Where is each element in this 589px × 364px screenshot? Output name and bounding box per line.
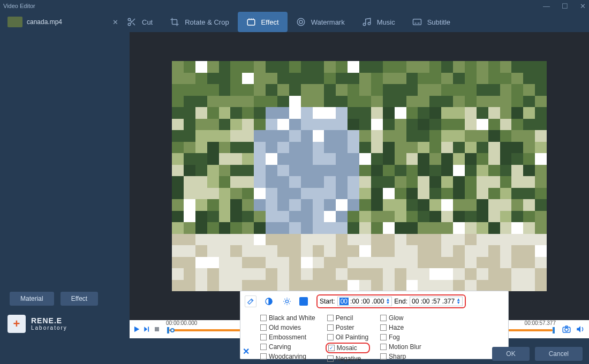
checkbox-icon[interactable]	[380, 315, 387, 321]
volume-icon[interactable]	[575, 324, 586, 335]
end-time-input[interactable]: 00 :00 :57 .377▲▼	[410, 297, 463, 306]
checkbox-icon[interactable]	[260, 315, 267, 321]
checkbox-icon[interactable]	[380, 334, 387, 340]
cancel-button[interactable]: Cancel	[535, 347, 583, 361]
svg-rect-7	[413, 19, 421, 25]
material-button[interactable]: Material	[10, 292, 54, 306]
tab-rotate-crop[interactable]: Rotate & Crop	[161, 12, 237, 32]
effect-woodcarving[interactable]: Woodcarving	[259, 352, 317, 361]
magic-wand-icon[interactable]	[245, 295, 256, 307]
svg-point-13	[285, 300, 288, 302]
svg-point-4	[299, 20, 303, 24]
tab-cut-label: Cut	[142, 18, 153, 26]
start-spinner[interactable]: ▲▼	[386, 298, 390, 305]
svg-point-6	[368, 22, 371, 25]
panel-close-icon[interactable]: ✕	[243, 346, 250, 357]
end-label: End:	[394, 298, 407, 305]
subtitle-icon	[412, 17, 422, 27]
effects-grid: Black and WhiteOld moviesEmbossmentCarvi…	[259, 314, 504, 363]
tab-watermark-label: Watermark	[311, 18, 345, 26]
timeline-in-handle[interactable]	[167, 327, 169, 333]
timeline-out-handle[interactable]	[553, 327, 555, 333]
tab-effect[interactable]: Effect	[238, 12, 288, 32]
step-forward-icon[interactable]	[142, 324, 152, 334]
music-icon	[362, 17, 372, 27]
brand-line2: Laboratory	[31, 325, 67, 331]
svg-point-11	[565, 328, 568, 331]
tool-tabs: Cut Rotate & Crop Effect Watermark Music…	[118, 12, 459, 32]
titlebar: Video Editor — ☐ ✕	[0, 0, 589, 12]
ok-button[interactable]: OK	[492, 347, 529, 361]
close-button[interactable]: ✕	[580, 2, 586, 10]
snapshot-icon[interactable]	[561, 324, 572, 335]
sidebar: Material Effect + RENE.ELaboratory	[0, 32, 130, 338]
checkbox-icon[interactable]	[380, 324, 387, 331]
tab-watermark[interactable]: Watermark	[288, 12, 353, 32]
svg-rect-9	[155, 327, 159, 331]
effect-fog[interactable]: Fog	[379, 333, 423, 342]
effect-sharp[interactable]: Sharp	[379, 352, 423, 361]
fill-icon[interactable]	[299, 297, 308, 306]
effect-black-and-white[interactable]: Black and White	[259, 314, 317, 322]
svg-point-1	[128, 23, 131, 26]
checkbox-icon[interactable]	[327, 324, 334, 331]
tab-effect-label: Effect	[261, 18, 279, 26]
checkbox-icon[interactable]	[380, 344, 387, 350]
checkbox-icon[interactable]	[327, 355, 334, 362]
effect-glow[interactable]: Glow	[379, 314, 423, 322]
effect-carving[interactable]: Carving	[259, 343, 317, 351]
svg-point-5	[363, 23, 366, 26]
stop-icon[interactable]	[152, 324, 162, 334]
tab-cut[interactable]: Cut	[118, 12, 161, 32]
end-spinner[interactable]: ▲▼	[456, 298, 460, 305]
app-title: Video Editor	[3, 3, 35, 9]
checkbox-icon[interactable]: ✓	[328, 345, 335, 351]
start-time-input[interactable]: 00:00 :00 .000▲▼	[337, 297, 392, 306]
checkbox-icon[interactable]	[380, 353, 387, 360]
brand-icon: +	[7, 315, 26, 333]
stamp-icon	[296, 17, 306, 27]
minimize-button[interactable]: —	[543, 2, 550, 10]
brand-logo: + RENE.ELaboratory	[7, 315, 67, 333]
effect-poster[interactable]: Poster	[326, 323, 370, 332]
timeline-playhead[interactable]	[170, 328, 175, 332]
effect-old-movies[interactable]: Old movies	[259, 323, 317, 332]
toolbar: canada.mp4 ✕ Cut Rotate & Crop Effect Wa…	[0, 12, 589, 32]
sparkle-icon	[246, 17, 256, 27]
effect-haze[interactable]: Haze	[379, 323, 423, 332]
maximize-button[interactable]: ☐	[562, 2, 568, 10]
checkbox-icon[interactable]	[260, 334, 267, 340]
contrast-icon[interactable]	[263, 295, 275, 307]
effect-panel: Start: 00:00 :00 .000▲▼ End: 00 :00 :57 …	[240, 291, 509, 359]
effect-mosaic[interactable]: ✓Mosaic	[326, 343, 370, 353]
svg-point-3	[297, 18, 305, 26]
checkbox-icon[interactable]	[327, 315, 334, 321]
timeline-start-label: 00:00:00.000	[166, 320, 197, 326]
effect-oil-painting[interactable]: Oil Painting	[326, 333, 370, 342]
effect-pencil[interactable]: Pencil	[326, 314, 370, 322]
tab-music[interactable]: Music	[353, 12, 404, 32]
brightness-icon[interactable]	[281, 295, 293, 307]
checkbox-icon[interactable]	[260, 324, 267, 331]
window-controls: — ☐ ✕	[543, 2, 586, 10]
checkbox-icon[interactable]	[327, 334, 334, 340]
effect-button[interactable]: Effect	[61, 292, 98, 306]
effect-embossment[interactable]: Embossment	[259, 333, 317, 342]
svg-rect-2	[247, 20, 255, 26]
tab-subtitle[interactable]: Subtitle	[404, 12, 459, 32]
checkbox-icon[interactable]	[260, 353, 267, 360]
tab-subtitle-label: Subtitle	[427, 18, 450, 26]
file-thumbnail	[7, 17, 22, 27]
file-name: canada.mp4	[27, 18, 62, 26]
time-range-box: Start: 00:00 :00 .000▲▼ End: 00 :00 :57 …	[316, 294, 466, 308]
effect-motion-blur[interactable]: Motion Blur	[379, 343, 423, 351]
file-tab[interactable]: canada.mp4 ✕	[7, 13, 123, 31]
play-icon[interactable]	[132, 324, 141, 334]
file-tab-close-icon[interactable]: ✕	[112, 18, 118, 26]
effect-negative[interactable]: Negative	[326, 354, 370, 363]
crop-icon	[170, 17, 179, 27]
brand-line1: RENE.E	[31, 316, 62, 325]
mosaic-preview	[172, 61, 547, 291]
checkbox-icon[interactable]	[260, 344, 267, 350]
tab-rotate-crop-label: Rotate & Crop	[185, 18, 229, 26]
